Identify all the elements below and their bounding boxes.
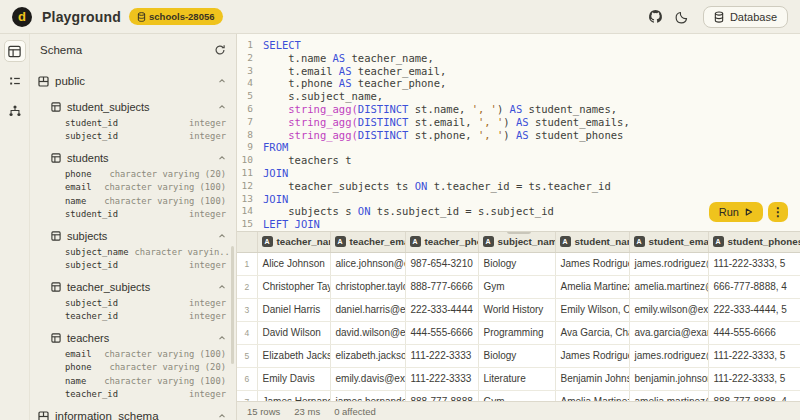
table-cell[interactable]: amelia.martinez@e [629,275,708,298]
table-cell[interactable]: 111-222-3333, 5 [708,252,800,275]
table-cell[interactable]: emily.davis@examp [330,367,405,390]
row-number[interactable]: 1 [237,252,257,275]
table-node[interactable]: student_subjects [38,98,228,116]
table-cell[interactable]: 111-222-3333 [405,344,478,367]
table-cell[interactable]: daniel.harris@exam [330,298,405,321]
column-node[interactable]: subject_namecharacter varyin.. [38,245,228,259]
code-line[interactable]: 6 string_agg(DISTINCT st.name, ', ') AS … [237,103,800,116]
sidebar-scrollbar[interactable] [231,246,234,364]
column-header[interactable]: Astudent_phones [708,232,800,252]
table-cell[interactable]: James Rodriguez, M [555,344,629,367]
code-line[interactable]: 7 string_agg(DISTINCT st.email, ', ') AS… [237,116,800,129]
sql-editor[interactable]: 1SELECT2 t.name AS teacher_name,3 t.emai… [237,34,800,231]
column-header[interactable]: Ateacher_email [330,232,405,252]
table-cell[interactable]: 444-555-6666 [708,321,800,344]
table-cell[interactable]: 444-555-6666 [405,321,478,344]
table-cell[interactable]: 888-777-8888, 4 [708,390,800,401]
table-cell[interactable]: Literature [478,367,555,390]
column-node[interactable]: student_idinteger [38,116,228,130]
table-cell[interactable]: benjamin.johnson@ [629,367,708,390]
table-node[interactable]: subjects [38,227,228,245]
table-cell[interactable]: Daniel Harris [257,298,330,321]
chevron-up-icon[interactable] [218,334,228,342]
code-line[interactable]: 9FROM [237,141,800,154]
erd-diagram-tab[interactable] [4,100,26,122]
table-cell[interactable]: David Wilson [257,321,330,344]
row-number[interactable]: 6 [237,367,257,390]
chevron-up-icon[interactable] [218,232,228,240]
table-cell[interactable]: Gym [478,390,555,401]
table-cell[interactable]: david.wilson@exam [330,321,405,344]
chevron-up-icon[interactable] [218,154,228,162]
column-node[interactable]: teacher_idinteger [38,310,228,324]
table-cell[interactable]: Biology [478,344,555,367]
queries-list-tab[interactable] [4,70,26,92]
column-header[interactable]: Ateacher_name [257,232,330,252]
row-number[interactable]: 4 [237,321,257,344]
table-cell[interactable]: 888-777-8888 [405,390,478,401]
chevron-up-icon[interactable] [218,412,228,420]
table-cell[interactable]: Biology [478,252,555,275]
panel-resize-handle[interactable] [507,231,531,234]
chevron-up-icon[interactable] [218,283,228,291]
code-line[interactable]: 11JOIN [237,167,800,180]
table-cell[interactable]: Emily Davis [257,367,330,390]
table-cell[interactable]: amelia.martinez@e [629,390,708,401]
run-options-kebab-button[interactable]: ⋮ [768,202,788,222]
table-cell[interactable]: Amelia Martinez, Is [555,275,629,298]
table-cell[interactable]: James Hernandez [257,390,330,401]
table-cell[interactable]: 666-777-8888, 4 [708,275,800,298]
table-cell[interactable]: Elizabeth Jackson [257,344,330,367]
column-node[interactable]: namecharacter varying (100) [38,194,228,208]
code-line[interactable]: 1SELECT [237,39,800,52]
table-cell[interactable]: Emily Wilson, Olivia [555,298,629,321]
table-cell[interactable]: 111-222-3333, 5 [708,367,800,390]
chevron-up-icon[interactable] [218,77,228,85]
table-cell[interactable]: alice.johnson@exa [330,252,405,275]
table-cell[interactable]: 222-333-4444 [405,298,478,321]
table-cell[interactable]: Christopher Taylor [257,275,330,298]
table-cell[interactable]: 111-222-3333 [405,367,478,390]
code-line[interactable]: 10 teachers t [237,154,800,167]
column-node[interactable]: student_idinteger [38,208,228,222]
table-node[interactable]: students [38,149,228,167]
chevron-up-icon[interactable] [218,103,228,111]
column-node[interactable]: emailcharacter varying (100) [38,181,228,195]
table-cell[interactable]: emily.wilson@exam [629,298,708,321]
table-cell[interactable]: 222-333-4444, 5 [708,298,800,321]
schema-node[interactable]: public [38,70,228,92]
column-node[interactable]: emailcharacter varying (100) [38,347,228,361]
row-number[interactable]: 2 [237,275,257,298]
table-cell[interactable]: World History [478,298,555,321]
table-cell[interactable]: Amelia Martinez, Is [555,390,629,401]
table-cell[interactable]: ava.garcia@examp [629,321,708,344]
dark-mode-moon-icon[interactable] [669,4,695,30]
refresh-schema-icon[interactable] [214,44,226,56]
column-node[interactable]: phonecharacter varying (20) [38,167,228,181]
table-cell[interactable]: Benjamin Johnson, [555,367,629,390]
github-icon[interactable] [643,4,669,30]
schema-node[interactable]: information_schema [38,405,228,420]
table-cell[interactable]: elizabeth.jackson@ [330,344,405,367]
column-header[interactable]: Ateacher_phone [405,232,478,252]
table-cell[interactable]: christopher.taylor@ [330,275,405,298]
table-cell[interactable]: James Rodriguez, M [555,252,629,275]
column-header[interactable]: Asubject_name [478,232,555,252]
row-number[interactable]: 3 [237,298,257,321]
database-name-badge[interactable]: schools-28056 [129,8,222,25]
table-cell[interactable]: james.hernandez@ [330,390,405,401]
row-number[interactable]: 7 [237,390,257,401]
row-number-header[interactable] [237,232,257,252]
column-node[interactable]: teacher_idinteger [38,388,228,402]
table-cell[interactable]: Gym [478,275,555,298]
table-cell[interactable]: Alice Johnson [257,252,330,275]
table-cell[interactable]: james.rodriguez@e [629,252,708,275]
column-node[interactable]: namecharacter varying (100) [38,374,228,388]
code-line[interactable]: 8 string_agg(DISTINCT st.phone, ', ') AS… [237,129,800,142]
table-cell[interactable]: 987-654-3210 [405,252,478,275]
run-button[interactable]: Run [709,202,763,222]
column-header[interactable]: Astudent_name [555,232,629,252]
column-node[interactable]: subject_idinteger [38,296,228,310]
row-number[interactable]: 5 [237,344,257,367]
schema-browser-tab[interactable] [4,40,26,62]
